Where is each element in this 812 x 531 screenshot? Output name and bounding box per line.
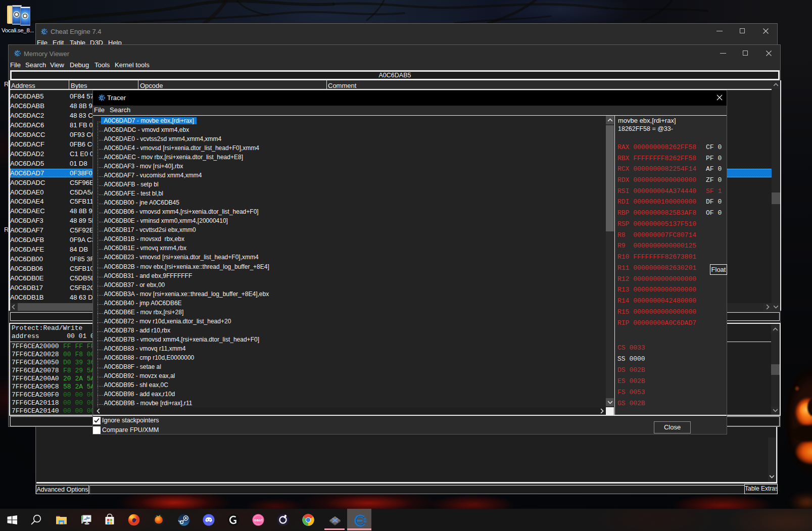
svg-text:osu!: osu!: [254, 518, 263, 522]
